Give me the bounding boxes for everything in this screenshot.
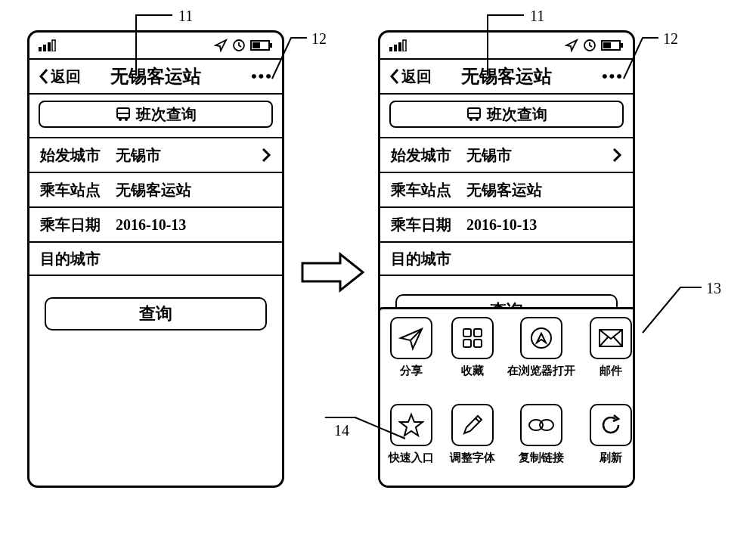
board-stop-label: 乘车站点: [391, 180, 466, 200]
phone-after: 返回 无锡客运站 ••• 班次查询 始发城市 无锡市 乘车站点 无锡客运站 乘车…: [378, 30, 635, 488]
link-icon: [526, 416, 556, 434]
more-button[interactable]: •••: [251, 67, 273, 86]
svg-rect-28: [474, 340, 482, 347]
board-stop-row[interactable]: 乘车站点 无锡客运站: [29, 172, 282, 206]
dest-city-label: 目的城市: [40, 249, 116, 269]
ride-date-value: 2016-10-13: [116, 216, 271, 234]
ride-date-label: 乘车日期: [40, 215, 116, 235]
clock-icon: [232, 39, 246, 52]
svg-rect-2: [48, 42, 51, 51]
svg-point-33: [540, 420, 553, 430]
battery-icon: [601, 39, 624, 51]
action-sheet: 分享 收藏 在浏览器打开 邮件 快速入口 调整字体: [378, 307, 635, 488]
dest-city-label: 目的城市: [391, 249, 466, 269]
board-stop-value: 无锡客运站: [466, 180, 622, 200]
origin-city-row[interactable]: 始发城市 无锡市: [380, 137, 633, 172]
callout-num: 11: [178, 8, 193, 25]
svg-point-22: [469, 118, 472, 121]
back-button[interactable]: 返回: [389, 67, 432, 87]
paper-plane-icon: [398, 324, 425, 352]
signal-icon: [39, 39, 57, 51]
sheet-item-open-browser[interactable]: 在浏览器打开: [507, 317, 575, 396]
sheet-label: 快速入口: [389, 451, 434, 465]
grid-icon: [461, 327, 484, 349]
origin-city-row[interactable]: 始发城市 无锡市: [29, 137, 282, 172]
svg-point-23: [476, 118, 479, 121]
svg-rect-0: [39, 47, 42, 51]
back-label: 返回: [51, 67, 81, 87]
query-label: 查询: [139, 303, 172, 325]
sheet-item-favorite[interactable]: 收藏: [447, 317, 499, 396]
sheet-label: 复制链接: [519, 451, 564, 465]
svg-rect-15: [403, 40, 406, 51]
svg-rect-3: [52, 40, 55, 51]
svg-rect-14: [398, 42, 401, 51]
ride-date-row[interactable]: 乘车日期 2016-10-13: [29, 206, 282, 241]
svg-rect-1: [43, 45, 46, 51]
sheet-item-copy-link[interactable]: 复制链接: [507, 404, 575, 483]
svg-rect-18: [603, 42, 611, 48]
search-form: 始发城市 无锡市 乘车站点 无锡客运站 乘车日期 2016-10-13 目的城市: [29, 134, 282, 276]
search-form: 始发城市 无锡市 乘车站点 无锡客运站 乘车日期 2016-10-13 目的城市: [380, 134, 633, 276]
svg-point-10: [119, 118, 122, 121]
svg-rect-6: [253, 42, 260, 48]
ride-date-label: 乘车日期: [391, 215, 466, 235]
sheet-item-refresh[interactable]: 刷新: [584, 404, 635, 483]
sheet-item-font[interactable]: 调整字体: [447, 404, 499, 483]
subtitle-label: 班次查询: [487, 104, 547, 125]
location-icon: [565, 39, 578, 52]
svg-point-29: [531, 328, 551, 348]
callout-num: 12: [663, 30, 678, 48]
svg-rect-26: [474, 329, 482, 337]
svg-rect-13: [394, 45, 397, 51]
sheet-label: 邮件: [600, 364, 622, 378]
svg-rect-12: [389, 47, 392, 51]
callout-num: 14: [334, 422, 349, 439]
origin-city-label: 始发城市: [40, 145, 116, 166]
board-stop-label: 乘车站点: [40, 180, 116, 200]
more-button[interactable]: •••: [602, 67, 624, 86]
phone-before: 返回 无锡客运站 ••• 班次查询 始发城市 无锡市 乘车站点 无锡客运站: [27, 30, 284, 488]
transition-arrow-icon: [299, 250, 367, 295]
bus-icon: [115, 107, 132, 122]
sheet-label: 在浏览器打开: [507, 364, 575, 378]
sheet-label: 调整字体: [450, 451, 495, 465]
svg-line-31: [476, 418, 479, 422]
board-stop-row[interactable]: 乘车站点 无锡客运站: [380, 172, 633, 206]
svg-point-11: [125, 118, 128, 121]
subtitle-bar: 班次查询: [39, 101, 273, 128]
query-button[interactable]: 查询: [45, 297, 267, 330]
sheet-label: 分享: [400, 364, 423, 378]
chevron-right-icon: [261, 147, 271, 163]
ride-date-row[interactable]: 乘车日期 2016-10-13: [380, 206, 633, 241]
svg-rect-27: [463, 340, 471, 347]
subtitle-bar: 班次查询: [389, 101, 624, 128]
svg-rect-19: [621, 43, 623, 48]
subtitle-label: 班次查询: [136, 104, 197, 125]
compass-icon: [528, 325, 554, 351]
origin-city-value: 无锡市: [466, 145, 612, 166]
board-stop-value: 无锡客运站: [116, 180, 271, 200]
origin-city-value: 无锡市: [116, 145, 261, 166]
callout-num: 12: [311, 30, 327, 48]
origin-city-label: 始发城市: [391, 145, 466, 166]
dest-city-row[interactable]: 目的城市: [380, 241, 633, 276]
location-icon: [214, 39, 228, 52]
signal-icon: [389, 39, 407, 51]
svg-rect-25: [463, 329, 471, 337]
refresh-icon: [599, 413, 623, 437]
sheet-item-mail[interactable]: 邮件: [584, 317, 635, 396]
callout-num: 11: [530, 8, 544, 25]
ride-date-value: 2016-10-13: [466, 216, 622, 234]
back-button[interactable]: 返回: [39, 67, 81, 87]
pencil-icon: [460, 412, 485, 438]
dest-city-row[interactable]: 目的城市: [29, 241, 282, 276]
battery-icon: [250, 39, 273, 51]
back-label: 返回: [401, 67, 432, 87]
sheet-label: 收藏: [461, 364, 484, 378]
bus-icon: [466, 107, 482, 122]
chevron-right-icon: [612, 147, 622, 163]
sheet-item-share[interactable]: 分享: [386, 317, 438, 396]
clock-icon: [583, 39, 596, 52]
sheet-label: 刷新: [600, 451, 622, 465]
